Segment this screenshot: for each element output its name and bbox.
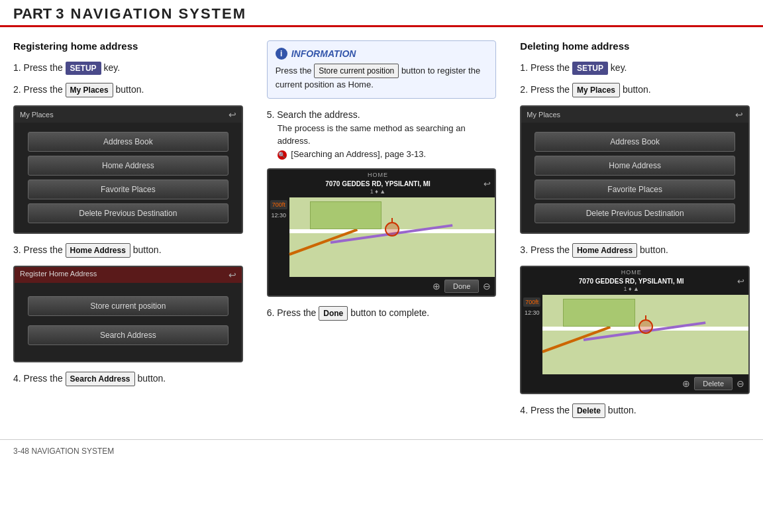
search-address-inline-btn: Search Address [66, 372, 135, 386]
delete-inline-btn: Delete [572, 403, 605, 418]
map-screen-middle: HOME 7070 GEDDES RD, YPSILANTI, MI 1 ♦ ▲… [267, 168, 497, 297]
my-places-title: My Places [20, 111, 54, 119]
home-address-inline-btn-2: Home Address [572, 243, 637, 258]
step-6: 6. Press the Done button to complete. [267, 306, 497, 321]
map-time-middle: 12:30 [271, 212, 286, 219]
my-places-screen-1: My Places ↩ Address Book Home Address Fa… [13, 105, 243, 234]
register-titlebar: Register Home Address ↩ [15, 267, 242, 283]
my-places-titlebar: My Places ↩ [15, 107, 242, 123]
map-address-middle: 7070 GEDDES RD, YPSILANTI, MI [272, 180, 484, 188]
map-zoom-out-icon[interactable]: ⊖ [483, 281, 491, 292]
map-zoom-in-icon-right[interactable]: ⊕ [682, 378, 690, 389]
step-5: 5. Search the address. The process is th… [267, 108, 497, 161]
info-box: i INFORMATION Press the Store current po… [267, 40, 497, 99]
store-current-btn[interactable]: Store current position [28, 296, 229, 316]
map-zoom-in-icon[interactable]: ⊕ [432, 281, 440, 292]
map-area-middle: 700ft 12:30 [268, 197, 495, 277]
map-time-right: 12:30 [525, 309, 540, 316]
delete-btn[interactable]: Delete [694, 377, 733, 390]
zoom-badge-middle: 700ft [270, 200, 287, 209]
step-5-note1: The process is the same method as search… [267, 122, 497, 148]
map-crosshair [385, 222, 399, 237]
step-5-ref: 🔍 [Searching an Address], page 3-13. [267, 148, 497, 161]
step-4: 4. Press the Search Address button. [13, 372, 243, 386]
back-icon-3: ↩ [483, 179, 491, 189]
step-6-prefix: 6. Press the [267, 307, 319, 318]
register-title: Register Home Address [20, 270, 97, 280]
back-icon-2: ↩ [229, 270, 236, 280]
step-2: 2. Press the My Places button. [13, 83, 243, 97]
right-step-2: 2. Press the My Places button. [520, 83, 750, 97]
map-content-right [542, 295, 748, 374]
setup-btn-1: SETUP [66, 62, 101, 75]
map-home-label-right: HOME [525, 269, 737, 277]
step-1-number: 1. Press the [13, 62, 66, 73]
right-step-3-suffix: button. [640, 244, 668, 255]
right-step-4-prefix: 4. Press the [520, 405, 572, 415]
map-screen-right: HOME 7070 GEDDES RD, YPSILANTI, MI 1 ♦ ▲… [520, 266, 750, 394]
home-address-inline-btn-1: Home Address [66, 243, 130, 258]
map-sidebar-middle: 700ft 12:30 [268, 197, 289, 277]
done-btn[interactable]: Done [444, 280, 479, 293]
map-home-label-middle: HOME [272, 172, 484, 180]
right-step-1-prefix: 1. Press the [520, 62, 572, 73]
step-4-suffix: button. [137, 373, 166, 384]
right-step-1-suffix: key. [611, 62, 627, 73]
home-address-btn-1[interactable]: Home Address [28, 156, 229, 176]
setup-btn-2: SETUP [572, 62, 608, 75]
my-places-screen-2: My Places ↩ Address Book Home Address Fa… [520, 105, 750, 234]
my-places-title-2: My Places [527, 111, 560, 119]
home-address-btn-2[interactable]: Home Address [534, 156, 735, 176]
step-3-suffix: button. [133, 244, 162, 255]
zoom-badge-right: 700ft [523, 297, 540, 307]
footer-page-ref: 3-48 [13, 447, 29, 456]
map-area-right: 700ft 12:30 [521, 295, 748, 374]
register-home-screen: Register Home Address ↩ Store current po… [13, 266, 243, 362]
right-step-2-prefix: 2. Press the [520, 84, 572, 95]
step-5-main: 5. Search the address. [267, 108, 497, 122]
search-ref-icon: 🔍 [278, 150, 287, 160]
favorite-places-btn-2[interactable]: Favorite Places [534, 180, 735, 199]
step-4-prefix: 4. Press the [13, 373, 66, 384]
middle-column: i INFORMATION Press the Store current po… [255, 40, 509, 426]
delete-prev-dest-btn-2[interactable]: Delete Previous Destination [534, 203, 735, 223]
step-1: 1. Press the SETUP key. [13, 61, 243, 75]
map-detail-right: 1 ♦ ▲ [525, 286, 737, 293]
step-2-text-after: button. [116, 84, 144, 95]
store-current-inline-btn: Store current position [314, 64, 399, 78]
info-label: INFORMATION [291, 48, 356, 59]
done-inline-btn: Done [319, 306, 348, 321]
map-bottom-bar-middle: ⊕ Done ⊖ [268, 277, 495, 295]
map-title-text-right: HOME 7070 GEDDES RD, YPSILANTI, MI 1 ♦ ▲ [525, 269, 737, 293]
right-section-title: Deleting home address [520, 40, 750, 52]
my-places-btn-2: My Places [572, 83, 620, 97]
search-address-btn[interactable]: Search Address [28, 325, 229, 345]
map-titlebar-right: HOME 7070 GEDDES RD, YPSILANTI, MI 1 ♦ ▲… [521, 267, 748, 295]
info-text-before: Press the [276, 66, 315, 76]
my-places-btn-1: My Places [66, 83, 113, 97]
favorite-places-btn-1[interactable]: Favorite Places [28, 180, 229, 199]
map-address-right: 7070 GEDDES RD, YPSILANTI, MI [525, 277, 737, 286]
right-step-1: 1. Press the SETUP key. [520, 61, 750, 75]
right-step-3: 3. Press the Home Address button. [520, 243, 750, 258]
step-5-ref-text: [Searching an Address], page 3-13. [291, 149, 426, 159]
delete-prev-dest-btn-1[interactable]: Delete Previous Destination [28, 203, 229, 223]
right-step-2-suffix: button. [623, 84, 651, 95]
info-icon: i [276, 48, 287, 60]
address-book-btn-2[interactable]: Address Book [534, 132, 735, 152]
address-book-btn-1[interactable]: Address Book [28, 132, 229, 152]
info-title: i INFORMATION [276, 48, 488, 60]
register-menu: Store current position Search Address [15, 283, 242, 361]
map-bottom-bar-right: ⊕ Delete ⊖ [521, 374, 748, 393]
back-icon-1: ↩ [229, 109, 236, 120]
right-step-4: 4. Press the Delete button. [520, 403, 750, 418]
page-header: PART 3 NAVIGATION SYSTEM [0, 0, 763, 27]
step-3-prefix: 3. Press the [13, 244, 66, 255]
map-zoom-out-icon-right[interactable]: ⊖ [737, 378, 744, 389]
left-section-title: Registering home address [13, 40, 243, 52]
back-icon-5: ↩ [737, 276, 744, 286]
map-crosshair-right [638, 319, 653, 334]
map-sidebar-right: 700ft 12:30 [521, 295, 542, 374]
info-text: Press the Store current position button … [276, 64, 488, 91]
my-places-titlebar-2: My Places ↩ [521, 107, 748, 123]
